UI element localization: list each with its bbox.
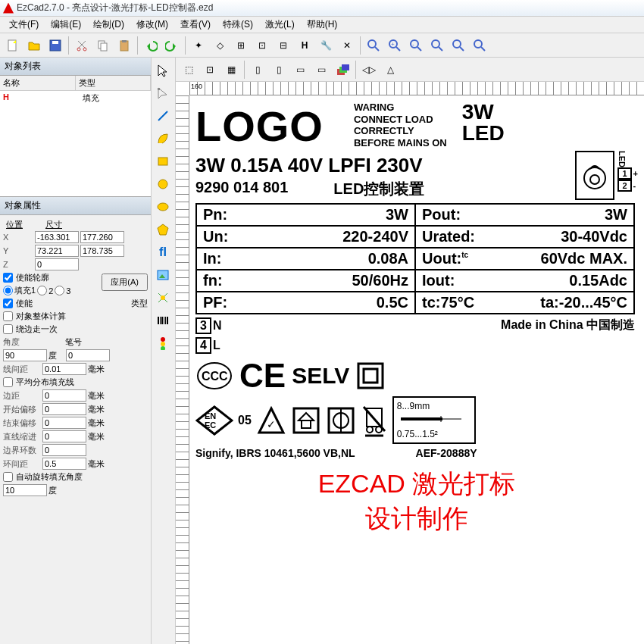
apply-button[interactable]: 应用(A) <box>102 274 148 291</box>
svg-point-36 <box>161 295 165 300</box>
align-icon[interactable]: ▭ <box>290 60 310 80</box>
svg-text:✓: ✓ <box>267 418 276 430</box>
list-item[interactable]: H 填充 <box>0 91 151 105</box>
wattage-label: 3WLED <box>462 102 505 144</box>
menu-edit[interactable]: 编辑(E) <box>46 17 86 33</box>
select-icon[interactable]: ⬚ <box>179 60 199 80</box>
node-icon[interactable] <box>153 83 173 103</box>
new-icon[interactable] <box>3 36 23 55</box>
linegap-field[interactable] <box>42 363 86 375</box>
svg-point-20 <box>432 40 439 48</box>
line-icon[interactable] <box>153 106 173 126</box>
enable-outline-check[interactable] <box>3 273 13 283</box>
warning-text: WARINGCONNECT LOADCORRECTLYBEFORE MAINS … <box>354 102 447 148</box>
menu-modify[interactable]: 修改(M) <box>132 17 173 33</box>
svg-point-31 <box>158 180 167 189</box>
align-icon[interactable]: ▯ <box>269 60 289 80</box>
vector-icon[interactable] <box>153 288 173 308</box>
copy-icon[interactable] <box>93 36 113 55</box>
text-icon[interactable]: fI <box>153 242 173 262</box>
svg-rect-7 <box>101 43 107 51</box>
ruler-horizontal: 160 <box>189 82 644 95</box>
select-icon[interactable]: ▦ <box>221 60 241 80</box>
open-icon[interactable] <box>24 36 44 55</box>
svg-rect-54 <box>364 369 377 383</box>
ellipse-icon[interactable] <box>153 197 173 217</box>
auto-rotate-check[interactable] <box>3 472 13 482</box>
w-field[interactable] <box>80 231 124 243</box>
mirror-h-icon[interactable]: ◁▷ <box>359 60 379 80</box>
circle-icon[interactable] <box>153 174 173 194</box>
fill2-radio[interactable] <box>37 286 47 295</box>
ringgap-field[interactable] <box>42 458 86 470</box>
x-field[interactable] <box>35 231 79 243</box>
y-field[interactable] <box>35 245 79 257</box>
zoom-all-icon[interactable] <box>449 36 468 55</box>
edge-once-check[interactable] <box>3 324 13 334</box>
avg-hatch-check[interactable] <box>3 377 13 387</box>
margin-field[interactable] <box>42 389 86 402</box>
cut-icon[interactable] <box>72 36 92 55</box>
part-number: 9290 014 801LED控制装置 <box>195 179 569 199</box>
hatch-icon[interactable]: H <box>295 36 314 55</box>
svg-point-44 <box>161 342 165 346</box>
undo-icon[interactable] <box>141 36 161 55</box>
wrench-icon[interactable]: 🔧 <box>316 36 336 55</box>
design-canvas[interactable]: LOGO WARINGCONNECT LOADCORRECTLYBEFORE M… <box>189 95 644 644</box>
z-field[interactable] <box>35 258 79 270</box>
h-field[interactable] <box>80 245 124 257</box>
tool-icon[interactable]: ⊡ <box>252 36 272 55</box>
enable-check[interactable] <box>3 299 13 308</box>
tool-icon[interactable]: ◇ <box>210 36 230 55</box>
tool-icon[interactable]: ✕ <box>337 36 357 55</box>
loops-field[interactable] <box>42 444 86 456</box>
menu-draw[interactable]: 绘制(D) <box>89 17 129 33</box>
linered-field[interactable] <box>42 430 86 442</box>
menu-help[interactable]: 帮助(H) <box>302 17 342 33</box>
zoom-in-icon[interactable]: + <box>385 36 405 55</box>
tool-icon[interactable]: ✦ <box>189 36 208 55</box>
menu-laser[interactable]: 激光(L) <box>261 17 299 33</box>
svg-rect-3 <box>52 41 58 44</box>
angle-field[interactable] <box>3 349 47 361</box>
zoom-fit-icon[interactable] <box>427 36 447 55</box>
paste-icon[interactable] <box>114 36 134 55</box>
ccc-icon: CCC <box>195 361 233 391</box>
rect-icon[interactable] <box>153 152 173 171</box>
pen-field[interactable] <box>66 349 110 361</box>
zoom-out-icon[interactable]: - <box>406 36 426 55</box>
align-icon[interactable]: ▭ <box>311 60 331 80</box>
svg-rect-34 <box>158 270 168 280</box>
fill1-radio[interactable] <box>3 286 13 295</box>
redo-icon[interactable] <box>162 36 182 55</box>
fill3-radio[interactable] <box>55 286 64 295</box>
align-icon[interactable]: ▯ <box>248 60 267 80</box>
menu-file[interactable]: 文件(F) <box>5 17 43 33</box>
image-icon[interactable] <box>153 265 173 285</box>
tool-icon[interactable]: ⊟ <box>274 36 293 55</box>
svg-point-45 <box>161 346 165 350</box>
barcode-icon[interactable] <box>153 311 173 330</box>
endoff-field[interactable] <box>42 417 86 429</box>
menu-special[interactable]: 特殊(S) <box>218 17 258 33</box>
window-title: EzCad2.7.0 - 亮点设计-激光打标-LED控制器.ezd <box>17 2 213 14</box>
pointer-icon[interactable] <box>153 61 173 80</box>
whole-calc-check[interactable] <box>3 311 13 321</box>
autoangle-field[interactable] <box>3 484 47 496</box>
select-icon[interactable]: ⊡ <box>200 60 220 80</box>
save-icon[interactable] <box>45 36 65 55</box>
logo-text: LOGO <box>195 102 324 151</box>
zoom-icon[interactable] <box>364 36 383 55</box>
mirror-v-icon[interactable]: △ <box>380 60 400 80</box>
col-type: 类型 <box>76 76 152 90</box>
startoff-field[interactable] <box>42 403 86 415</box>
layers-icon[interactable] <box>333 60 352 80</box>
tool-icon[interactable]: ⊞ <box>231 36 251 55</box>
svg-line-25 <box>481 47 485 51</box>
traffic-icon[interactable] <box>153 333 173 353</box>
polygon-icon[interactable] <box>153 220 173 239</box>
curve-icon[interactable] <box>153 129 173 148</box>
menu-view[interactable]: 查看(V) <box>176 17 215 33</box>
object-list[interactable]: 名称 类型 H 填充 <box>0 76 151 197</box>
zoom-sel-icon[interactable] <box>470 36 489 55</box>
